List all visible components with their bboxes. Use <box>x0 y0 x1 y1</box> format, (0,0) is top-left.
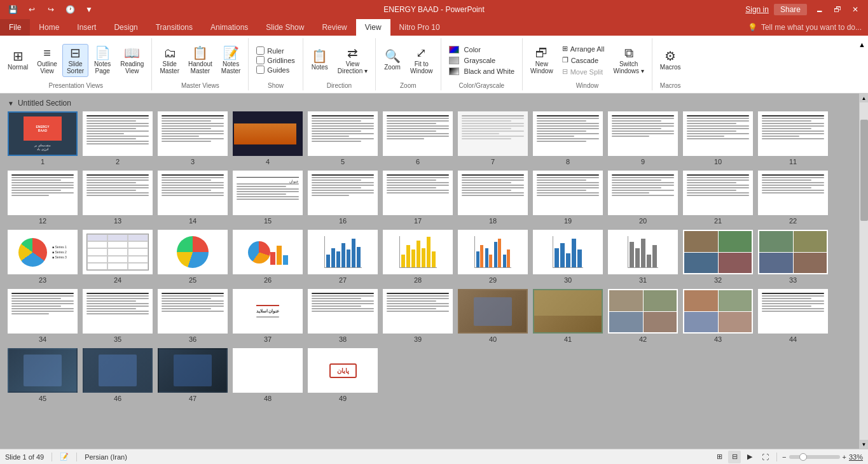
slide-thumb-47[interactable] <box>158 348 228 393</box>
slide-area[interactable]: ▼ Untitled Section ENERGYBAAD مقدمه‌ای ب… <box>0 94 859 449</box>
slide-thumb-30[interactable] <box>533 230 603 274</box>
slide-thumb-31[interactable] <box>608 230 678 274</box>
list-item[interactable]: 32 <box>683 230 753 284</box>
slide-sorter-status-icon[interactable]: ⊟ <box>728 451 741 463</box>
list-item[interactable]: عنوان اسلاید 37 <box>233 289 303 343</box>
list-item[interactable]: 44 <box>758 289 828 343</box>
slide-thumb-29[interactable] <box>458 230 528 274</box>
slide-thumb-41[interactable] <box>533 289 603 334</box>
list-item[interactable]: 43 <box>683 289 753 343</box>
slide-thumb-28[interactable] <box>383 230 453 274</box>
share-button[interactable]: Share <box>774 4 807 15</box>
list-item[interactable]: 5 <box>308 111 378 165</box>
guides-checkbox[interactable]: Guides <box>256 66 294 74</box>
slide-thumb-11[interactable] <box>758 111 828 156</box>
direction-button[interactable]: ⇄ ViewDirection ▾ <box>334 45 371 76</box>
list-item[interactable]: 18 <box>458 171 528 225</box>
ruler-checkbox[interactable]: Ruler <box>256 46 294 55</box>
list-item[interactable]: 9 <box>608 111 678 165</box>
tell-me-input[interactable]: Tell me what you want to do... <box>761 23 862 32</box>
slide-thumb-14[interactable] <box>158 171 228 215</box>
tab-slide-show[interactable]: Slide Show <box>257 19 313 36</box>
list-item[interactable]: 4 <box>233 111 303 165</box>
slide-thumb-34[interactable] <box>8 289 78 334</box>
slide-thumb-19[interactable] <box>533 171 603 215</box>
list-item[interactable]: 11 <box>758 111 828 165</box>
slide-thumb-3[interactable] <box>158 111 228 156</box>
slide-thumb-10[interactable] <box>683 111 753 156</box>
close-icon[interactable]: ✕ <box>848 2 863 17</box>
slide-thumb-5[interactable] <box>308 111 378 156</box>
tab-design[interactable]: Design <box>105 19 146 36</box>
list-item[interactable]: 24 <box>83 230 153 284</box>
zoom-slider-thumb[interactable] <box>799 453 807 461</box>
list-item[interactable]: 48 <box>233 348 303 402</box>
slide-thumb-27[interactable] <box>308 230 378 274</box>
zoom-slider[interactable] <box>789 455 840 459</box>
list-item[interactable]: 3 <box>158 111 228 165</box>
notes-master-button[interactable]: 📝 NotesMaster <box>217 45 245 76</box>
slide-thumb-33[interactable] <box>758 230 828 274</box>
slide-thumb-48[interactable] <box>233 348 303 393</box>
list-item[interactable]: 30 <box>533 230 603 284</box>
section-arrow-icon[interactable]: ▼ <box>8 100 14 107</box>
normal-view-button[interactable]: ⊞ Normal <box>4 48 32 73</box>
tab-review[interactable]: Review <box>313 19 355 36</box>
list-item[interactable]: 38 <box>308 289 378 343</box>
list-item[interactable]: 13 <box>83 171 153 225</box>
list-item[interactable]: 29 <box>458 230 528 284</box>
tab-insert[interactable]: Insert <box>68 19 105 36</box>
vertical-scrollbar[interactable]: ▲ ▼ <box>859 94 868 449</box>
auto-save-icon[interactable]: 🕐 <box>62 2 78 17</box>
slideshow-status-icon[interactable]: ⛶ <box>759 451 771 463</box>
list-item[interactable]: عنوان 15 <box>233 171 303 225</box>
notes-page-button[interactable]: 📄 NotesPage <box>90 45 115 76</box>
slide-thumb-49[interactable]: پایان <box>308 348 378 393</box>
slide-thumb-6[interactable] <box>383 111 453 156</box>
slide-thumb-7[interactable] <box>458 111 528 156</box>
list-item[interactable]: 12 <box>8 171 78 225</box>
slide-thumb-37[interactable]: عنوان اسلاید <box>233 289 303 334</box>
list-item[interactable]: 25 <box>158 230 228 284</box>
list-item[interactable]: 35 <box>83 289 153 343</box>
tab-animations[interactable]: Animations <box>202 19 257 36</box>
slide-thumb-23[interactable]: ■ Series 1 ■ Series 2 ■ Series 3 <box>8 230 78 274</box>
slide-thumb-43[interactable] <box>683 289 753 334</box>
color-button[interactable]: Color <box>445 45 518 55</box>
tab-transitions[interactable]: Transitions <box>147 19 202 36</box>
list-item[interactable]: 36 <box>158 289 228 343</box>
reading-view-status-icon[interactable]: ▶ <box>743 451 756 463</box>
save-icon[interactable]: 💾 <box>5 2 20 17</box>
arrange-all-button[interactable]: ⊞ Arrange All <box>558 43 609 54</box>
slide-thumb-25[interactable] <box>158 230 228 274</box>
tab-file[interactable]: File <box>0 19 30 36</box>
slide-thumb-38[interactable] <box>308 289 378 334</box>
list-item[interactable]: 39 <box>383 289 453 343</box>
slide-thumb-4[interactable] <box>233 111 303 156</box>
list-item[interactable]: 6 <box>383 111 453 165</box>
slide-thumb-35[interactable] <box>83 289 153 334</box>
list-item[interactable]: 42 <box>608 289 678 343</box>
outline-view-button[interactable]: ≡ OutlineView <box>33 45 61 76</box>
slide-thumb-32[interactable] <box>683 230 753 274</box>
notes-button[interactable]: 📋 Notes <box>307 48 333 73</box>
slide-thumb-26[interactable] <box>233 230 303 274</box>
slide-sorter-button[interactable]: ⊟ SlideSorter <box>62 44 88 77</box>
restore-icon[interactable]: 🗗 <box>830 2 845 17</box>
minimize-icon[interactable]: 🗕 <box>812 2 827 17</box>
list-item[interactable]: 10 <box>683 111 753 165</box>
list-item[interactable]: 16 <box>308 171 378 225</box>
slide-thumb-12[interactable] <box>8 171 78 215</box>
list-item[interactable]: 34 <box>8 289 78 343</box>
list-item[interactable]: 21 <box>683 171 753 225</box>
black-white-button[interactable]: Black and White <box>445 66 518 76</box>
list-item[interactable]: 26 <box>233 230 303 284</box>
list-item[interactable]: 2 <box>83 111 153 165</box>
list-item[interactable]: 47 <box>158 348 228 402</box>
list-item[interactable]: 40 <box>458 289 528 343</box>
slide-thumb-18[interactable] <box>458 171 528 215</box>
slide-thumb-16[interactable] <box>308 171 378 215</box>
gridlines-check[interactable] <box>256 56 265 64</box>
zoom-level[interactable]: 33% <box>849 453 863 461</box>
list-item[interactable]: 22 <box>758 171 828 225</box>
